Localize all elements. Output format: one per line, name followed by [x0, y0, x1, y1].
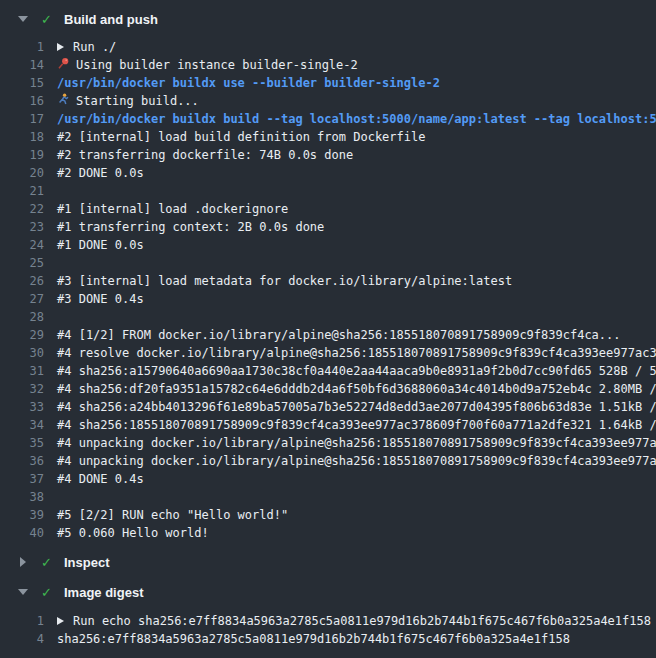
line-number[interactable]: 28	[0, 308, 44, 326]
line-number[interactable]: 14	[0, 56, 44, 74]
step-title: Build and push	[64, 12, 158, 27]
line-number[interactable]: 1	[0, 38, 44, 56]
line-number[interactable]: 29	[0, 326, 44, 344]
check-icon: ✓	[41, 556, 55, 569]
step-title: Image digest	[64, 585, 143, 600]
log-line: 23 #1 transferring context: 2B 0.0s done	[0, 218, 656, 236]
log-line: 15 /usr/bin/docker buildx use --builder …	[0, 74, 656, 92]
line-number[interactable]: 34	[0, 416, 44, 434]
line-text	[44, 308, 656, 326]
line-number[interactable]: 37	[0, 470, 44, 488]
line-number[interactable]: 22	[0, 200, 44, 218]
play-icon[interactable]	[57, 43, 64, 51]
log-line: 33 #4 sha256:a24bb4013296f61e89ba57005a7…	[0, 398, 656, 416]
line-text: #1 DONE 0.0s	[44, 236, 656, 254]
log-line: 24 #1 DONE 0.0s	[0, 236, 656, 254]
line-number[interactable]: 31	[0, 362, 44, 380]
line-number[interactable]: 27	[0, 290, 44, 308]
actions-log: ✓ Build and push 1 Run ./ 14 Using build…	[0, 0, 656, 648]
log-line: 35 #4 unpacking docker.io/library/alpine…	[0, 434, 656, 452]
line-text: Starting build...	[44, 92, 656, 110]
step-header-image-digest[interactable]: ✓ Image digest	[0, 578, 656, 606]
step-log-build-and-push: 1 Run ./ 14 Using builder instance build…	[0, 38, 656, 542]
line-number[interactable]: 23	[0, 218, 44, 236]
line-text: #4 resolve docker.io/library/alpine@sha2…	[44, 344, 656, 362]
log-line: 31 #4 sha256:a15790640a6690aa1730c38cf0a…	[0, 362, 656, 380]
log-line: 19 #2 transferring dockerfile: 74B 0.0s …	[0, 146, 656, 164]
line-number[interactable]: 35	[0, 434, 44, 452]
line-text	[44, 488, 656, 506]
line-text[interactable]: Run echo sha256:e7ff8834a5963a2785c5a081…	[44, 612, 656, 630]
log-line: 18 #2 [internal] load build definition f…	[0, 128, 656, 146]
line-number[interactable]: 18	[0, 128, 44, 146]
log-line: 38	[0, 488, 656, 506]
line-text: #5 0.060 Hello world!	[44, 524, 656, 542]
log-line: 22 #1 [internal] load .dockerignore	[0, 200, 656, 218]
line-number[interactable]: 39	[0, 506, 44, 524]
log-line: 34 #4 sha256:185518070891758909c9f839cf4…	[0, 416, 656, 434]
log-line: 27 #3 DONE 0.4s	[0, 290, 656, 308]
line-text: #3 DONE 0.4s	[44, 290, 656, 308]
line-text	[44, 254, 656, 272]
line-text: #4 DONE 0.4s	[44, 470, 656, 488]
log-line: 36 #4 unpacking docker.io/library/alpine…	[0, 452, 656, 470]
line-number[interactable]: 19	[0, 146, 44, 164]
log-line: 20 #2 DONE 0.0s	[0, 164, 656, 182]
line-text: #2 DONE 0.0s	[44, 164, 656, 182]
log-line: 1 Run echo sha256:e7ff8834a5963a2785c5a0…	[0, 612, 656, 630]
line-number[interactable]: 36	[0, 452, 44, 470]
line-number[interactable]: 33	[0, 398, 44, 416]
log-line: 28	[0, 308, 656, 326]
log-line: 29 #4 [1/2] FROM docker.io/library/alpin…	[0, 326, 656, 344]
log-line: 37 #4 DONE 0.4s	[0, 470, 656, 488]
line-number[interactable]: 38	[0, 488, 44, 506]
line-number[interactable]: 1	[0, 612, 44, 630]
line-text: #4 sha256:185518070891758909c9f839cf4ca3…	[44, 416, 656, 434]
chevron-down-icon[interactable]	[18, 16, 28, 22]
line-number[interactable]: 40	[0, 524, 44, 542]
line-number[interactable]: 20	[0, 164, 44, 182]
line-text: #2 [internal] load build definition from…	[44, 128, 656, 146]
log-line: 17 /usr/bin/docker buildx build --tag lo…	[0, 110, 656, 128]
chevron-right-icon[interactable]	[18, 557, 28, 567]
log-line: 21	[0, 182, 656, 200]
line-number[interactable]: 26	[0, 272, 44, 290]
log-line: 40 #5 0.060 Hello world!	[0, 524, 656, 542]
step-title: Inspect	[64, 555, 110, 570]
line-text: #4 [1/2] FROM docker.io/library/alpine@s…	[44, 326, 656, 344]
log-line: 26 #3 [internal] load metadata for docke…	[0, 272, 656, 290]
line-text: #4 unpacking docker.io/library/alpine@sh…	[44, 452, 656, 470]
line-text	[44, 182, 656, 200]
log-line: 14 Using builder instance builder-single…	[0, 56, 656, 74]
log-line: 1 Run ./	[0, 38, 656, 56]
log-line: 16 Starting build...	[0, 92, 656, 110]
line-text: sha256:e7ff8834a5963a2785c5a0811e979d16b…	[44, 630, 656, 648]
line-number[interactable]: 24	[0, 236, 44, 254]
log-line: 25	[0, 254, 656, 272]
line-text: #5 [2/2] RUN echo "Hello world!"	[44, 506, 656, 524]
line-number[interactable]: 15	[0, 74, 44, 92]
line-number[interactable]: 30	[0, 344, 44, 362]
line-text[interactable]: Run ./	[44, 38, 656, 56]
line-number[interactable]: 17	[0, 110, 44, 128]
pushpin-icon	[57, 57, 70, 74]
step-header-inspect[interactable]: ✓ Inspect	[0, 548, 656, 576]
step-header-build-and-push[interactable]: ✓ Build and push	[0, 5, 656, 33]
line-text-command: /usr/bin/docker buildx use --builder bui…	[44, 74, 656, 92]
check-icon: ✓	[41, 586, 55, 599]
step-log-image-digest: 1 Run echo sha256:e7ff8834a5963a2785c5a0…	[0, 612, 656, 648]
check-icon: ✓	[41, 13, 55, 26]
line-text: #4 sha256:a15790640a6690aa1730c38cf0a440…	[44, 362, 656, 380]
chevron-down-icon[interactable]	[18, 589, 28, 595]
line-number[interactable]: 21	[0, 182, 44, 200]
line-text: #4 sha256:df20fa9351a15782c64e6dddb2d4a6…	[44, 380, 656, 398]
line-number[interactable]: 4	[0, 630, 44, 648]
line-text: #4 unpacking docker.io/library/alpine@sh…	[44, 434, 656, 452]
runner-icon	[57, 93, 70, 110]
line-number[interactable]: 32	[0, 380, 44, 398]
play-icon[interactable]	[57, 617, 64, 625]
log-line: 32 #4 sha256:df20fa9351a15782c64e6dddb2d…	[0, 380, 656, 398]
line-number[interactable]: 16	[0, 92, 44, 110]
line-number[interactable]: 25	[0, 254, 44, 272]
line-text: Using builder instance builder-single-2	[44, 56, 656, 74]
